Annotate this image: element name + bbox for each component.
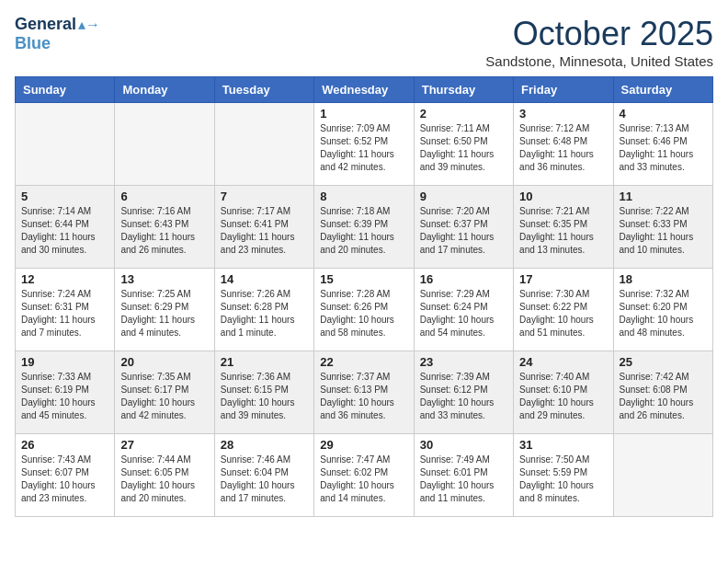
header-saturday: Saturday [613, 77, 712, 103]
header-sunday: Sunday [16, 77, 115, 103]
table-row: 10Sunrise: 7:21 AM Sunset: 6:35 PM Dayli… [514, 186, 613, 269]
logo: General ▴→ Blue [15, 15, 100, 53]
day-number: 2 [420, 107, 507, 121]
day-info: Sunrise: 7:42 AM Sunset: 6:08 PM Dayligh… [620, 371, 707, 422]
day-info: Sunrise: 7:32 AM Sunset: 6:20 PM Dayligh… [620, 288, 707, 339]
day-number: 20 [120, 355, 208, 369]
calendar-week-row: 19Sunrise: 7:33 AM Sunset: 6:19 PM Dayli… [16, 351, 713, 434]
day-info: Sunrise: 7:28 AM Sunset: 6:26 PM Dayligh… [320, 288, 407, 339]
table-row: 24Sunrise: 7:40 AM Sunset: 6:10 PM Dayli… [514, 351, 613, 434]
table-row [613, 434, 712, 517]
day-number: 25 [620, 355, 707, 369]
logo-bird-icon: ▴→ [78, 16, 100, 33]
day-info: Sunrise: 7:40 AM Sunset: 6:10 PM Dayligh… [519, 371, 607, 422]
header-tuesday: Tuesday [214, 77, 313, 103]
header-thursday: Thursday [414, 77, 513, 103]
table-row: 11Sunrise: 7:22 AM Sunset: 6:33 PM Dayli… [613, 186, 712, 269]
day-info: Sunrise: 7:12 AM Sunset: 6:48 PM Dayligh… [519, 122, 607, 174]
day-number: 29 [320, 438, 407, 452]
table-row: 18Sunrise: 7:32 AM Sunset: 6:20 PM Dayli… [613, 269, 712, 351]
day-info: Sunrise: 7:20 AM Sunset: 6:37 PM Dayligh… [420, 205, 507, 257]
table-row [214, 103, 313, 186]
table-row: 27Sunrise: 7:44 AM Sunset: 6:05 PM Dayli… [115, 434, 214, 517]
header-monday: Monday [115, 77, 214, 103]
day-info: Sunrise: 7:25 AM Sunset: 6:29 PM Dayligh… [120, 288, 208, 339]
table-row [16, 103, 115, 186]
day-info: Sunrise: 7:16 AM Sunset: 6:43 PM Dayligh… [120, 205, 208, 257]
table-row: 7Sunrise: 7:17 AM Sunset: 6:41 PM Daylig… [214, 186, 313, 269]
day-info: Sunrise: 7:47 AM Sunset: 6:02 PM Dayligh… [320, 454, 407, 505]
table-row: 28Sunrise: 7:46 AM Sunset: 6:04 PM Dayli… [214, 434, 313, 517]
day-info: Sunrise: 7:33 AM Sunset: 6:19 PM Dayligh… [21, 371, 108, 422]
table-row: 12Sunrise: 7:24 AM Sunset: 6:31 PM Dayli… [16, 269, 115, 351]
table-row: 19Sunrise: 7:33 AM Sunset: 6:19 PM Dayli… [16, 351, 115, 434]
table-row: 30Sunrise: 7:49 AM Sunset: 6:01 PM Dayli… [414, 434, 513, 517]
table-row: 21Sunrise: 7:36 AM Sunset: 6:15 PM Dayli… [214, 351, 313, 434]
day-number: 9 [420, 190, 507, 203]
table-row: 2Sunrise: 7:11 AM Sunset: 6:50 PM Daylig… [414, 103, 513, 186]
day-number: 3 [519, 107, 607, 121]
day-info: Sunrise: 7:18 AM Sunset: 6:39 PM Dayligh… [320, 205, 407, 257]
day-number: 17 [519, 272, 607, 286]
day-number: 27 [120, 438, 208, 452]
day-info: Sunrise: 7:13 AM Sunset: 6:46 PM Dayligh… [620, 122, 707, 174]
table-row: 4Sunrise: 7:13 AM Sunset: 6:46 PM Daylig… [613, 103, 712, 186]
day-info: Sunrise: 7:43 AM Sunset: 6:07 PM Dayligh… [21, 454, 108, 505]
day-number: 14 [221, 272, 308, 286]
table-row: 15Sunrise: 7:28 AM Sunset: 6:26 PM Dayli… [314, 269, 414, 351]
table-row: 6Sunrise: 7:16 AM Sunset: 6:43 PM Daylig… [115, 186, 214, 269]
day-number: 18 [620, 272, 707, 286]
table-row: 29Sunrise: 7:47 AM Sunset: 6:02 PM Dayli… [314, 434, 414, 517]
calendar-week-row: 1Sunrise: 7:09 AM Sunset: 6:52 PM Daylig… [16, 103, 713, 186]
day-number: 10 [519, 190, 607, 203]
day-number: 28 [221, 438, 308, 452]
table-row: 23Sunrise: 7:39 AM Sunset: 6:12 PM Dayli… [414, 351, 513, 434]
calendar-table: Sunday Monday Tuesday Wednesday Thursday… [15, 76, 713, 517]
table-row: 14Sunrise: 7:26 AM Sunset: 6:28 PM Dayli… [214, 269, 313, 351]
day-number: 11 [620, 190, 707, 203]
logo-blue-text: Blue [15, 34, 100, 53]
day-info: Sunrise: 7:46 AM Sunset: 6:04 PM Dayligh… [221, 454, 308, 505]
day-number: 12 [21, 272, 108, 286]
table-row: 16Sunrise: 7:29 AM Sunset: 6:24 PM Dayli… [414, 269, 513, 351]
day-number: 26 [21, 438, 108, 452]
day-number: 8 [320, 190, 407, 203]
location: Sandstone, Minnesota, United States [485, 53, 713, 69]
day-info: Sunrise: 7:21 AM Sunset: 6:35 PM Dayligh… [519, 205, 607, 257]
day-number: 19 [21, 355, 108, 369]
day-number: 7 [221, 190, 308, 203]
day-number: 5 [21, 190, 108, 203]
day-number: 31 [519, 438, 607, 452]
day-number: 22 [320, 355, 407, 369]
calendar-week-row: 26Sunrise: 7:43 AM Sunset: 6:07 PM Dayli… [16, 434, 713, 517]
header-friday: Friday [514, 77, 613, 103]
day-info: Sunrise: 7:14 AM Sunset: 6:44 PM Dayligh… [21, 205, 108, 257]
table-row [115, 103, 214, 186]
day-number: 4 [620, 107, 707, 121]
day-info: Sunrise: 7:44 AM Sunset: 6:05 PM Dayligh… [120, 454, 208, 505]
day-number: 1 [320, 107, 407, 121]
day-info: Sunrise: 7:09 AM Sunset: 6:52 PM Dayligh… [320, 122, 407, 174]
day-number: 21 [221, 355, 308, 369]
table-row: 5Sunrise: 7:14 AM Sunset: 6:44 PM Daylig… [16, 186, 115, 269]
day-info: Sunrise: 7:29 AM Sunset: 6:24 PM Dayligh… [420, 288, 507, 339]
day-number: 24 [519, 355, 607, 369]
day-info: Sunrise: 7:39 AM Sunset: 6:12 PM Dayligh… [420, 371, 507, 422]
day-number: 6 [120, 190, 208, 203]
calendar-header-row: Sunday Monday Tuesday Wednesday Thursday… [16, 77, 713, 103]
day-number: 23 [420, 355, 507, 369]
day-info: Sunrise: 7:30 AM Sunset: 6:22 PM Dayligh… [519, 288, 607, 339]
day-info: Sunrise: 7:49 AM Sunset: 6:01 PM Dayligh… [420, 454, 507, 505]
day-number: 15 [320, 272, 407, 286]
day-number: 16 [420, 272, 507, 286]
day-info: Sunrise: 7:35 AM Sunset: 6:17 PM Dayligh… [120, 371, 208, 422]
day-info: Sunrise: 7:26 AM Sunset: 6:28 PM Dayligh… [221, 288, 308, 339]
calendar-week-row: 5Sunrise: 7:14 AM Sunset: 6:44 PM Daylig… [16, 186, 713, 269]
logo-general-text: General [15, 15, 76, 34]
table-row: 1Sunrise: 7:09 AM Sunset: 6:52 PM Daylig… [314, 103, 414, 186]
table-row: 20Sunrise: 7:35 AM Sunset: 6:17 PM Dayli… [115, 351, 214, 434]
table-row: 13Sunrise: 7:25 AM Sunset: 6:29 PM Dayli… [115, 269, 214, 351]
day-number: 30 [420, 438, 507, 452]
day-info: Sunrise: 7:37 AM Sunset: 6:13 PM Dayligh… [320, 371, 407, 422]
table-row: 17Sunrise: 7:30 AM Sunset: 6:22 PM Dayli… [514, 269, 613, 351]
